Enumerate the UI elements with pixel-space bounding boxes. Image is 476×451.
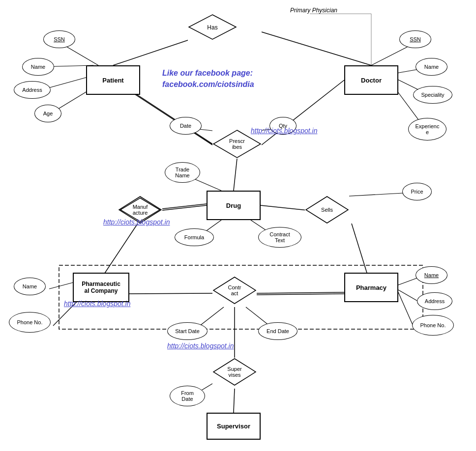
- svg-line-10: [261, 205, 307, 210]
- attr-patient-ssn: SSN: [43, 30, 75, 48]
- attr-pharmacy-name: Name: [416, 266, 447, 284]
- attr-doctor-speciality: Speciality: [413, 86, 452, 104]
- watermark-facebook2: facebook.com/ciotsindia: [162, 80, 254, 89]
- entity-pharmacy: Pharmacy: [344, 273, 398, 302]
- svg-line-1: [262, 32, 371, 65]
- watermark-blog4: http://ciots.blogspot.in: [167, 342, 234, 350]
- entity-drug: Drug: [207, 191, 261, 220]
- svg-line-11: [101, 224, 138, 279]
- relationship-supervises: Supervises: [212, 358, 257, 386]
- attr-patient-address: Address: [14, 81, 51, 99]
- svg-line-34: [398, 278, 417, 285]
- attr-drug-tradename: TradeName: [165, 162, 200, 183]
- svg-line-36: [398, 292, 413, 326]
- er-diagram-canvas: Patient Doctor Drug Pharmaceutical Compa…: [0, 0, 476, 451]
- label-primary-physician: Primary Physician: [290, 7, 337, 14]
- svg-line-7: [234, 159, 237, 191]
- attr-drug-contracttext: ContractText: [258, 227, 301, 248]
- attr-patient-name: Name: [22, 58, 54, 76]
- entity-doctor: Doctor: [344, 65, 398, 95]
- entity-patient: Patient: [86, 65, 140, 95]
- svg-line-15: [257, 294, 344, 295]
- relationship-sells: Sells: [305, 196, 349, 224]
- relationship-contract: Contract: [212, 276, 257, 305]
- attr-contract-enddate: End Date: [258, 322, 298, 340]
- entity-supervisor: Supervisor: [207, 413, 261, 440]
- attr-prescribes-qty: Qty: [269, 117, 297, 135]
- relationship-manufactures: Manufacture: [118, 196, 162, 224]
- svg-line-9: [162, 204, 207, 209]
- attr-pharma-phone: Phone No.: [9, 312, 51, 333]
- attr-prescribes-date: Date: [170, 117, 202, 135]
- relationship-prescribes: Prescribes: [212, 129, 262, 159]
- svg-line-6: [262, 80, 344, 145]
- svg-line-31: [342, 193, 403, 197]
- attr-doctor-name: Name: [416, 58, 447, 76]
- attr-drug-formula: Formula: [175, 228, 214, 246]
- entity-pharma-company: Pharmaceutical Company: [73, 273, 129, 302]
- attr-doctor-experience: Experience: [408, 118, 446, 141]
- attr-pharma-name: Name: [14, 278, 46, 295]
- svg-line-13: [127, 293, 212, 294]
- attr-patient-age: Age: [34, 105, 61, 122]
- attr-supervises-fromdate: FromDate: [170, 386, 205, 406]
- svg-line-12: [352, 224, 369, 279]
- attr-pharmacy-address: Address: [417, 292, 452, 310]
- svg-line-8: [162, 205, 207, 210]
- svg-line-14: [257, 292, 344, 293]
- watermark-facebook1: Like our facebook page:: [162, 69, 253, 78]
- attr-sells-price: Price: [402, 183, 432, 200]
- svg-line-17: [234, 389, 235, 413]
- attr-doctor-ssn: SSN: [399, 30, 431, 48]
- relationship-has: Has: [188, 14, 237, 41]
- attr-contract-startdate: Start Date: [167, 322, 208, 340]
- attr-pharmacy-phone: Phone No.: [412, 315, 454, 336]
